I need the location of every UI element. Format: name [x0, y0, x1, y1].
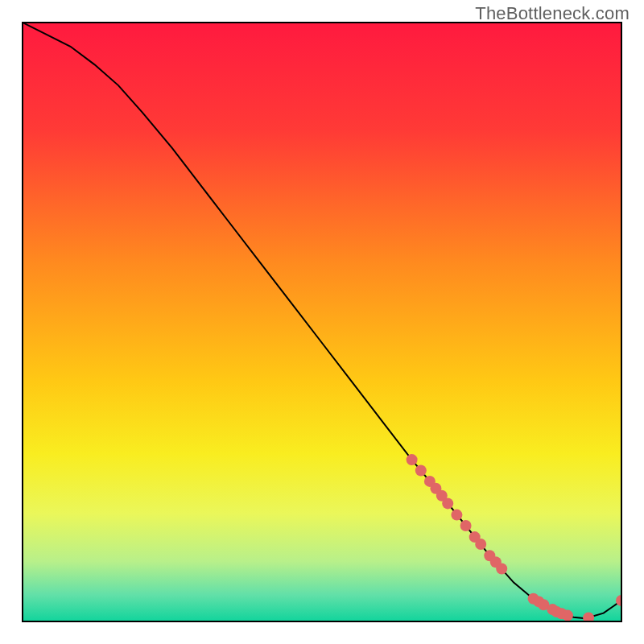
bottleneck-chart: [0, 0, 644, 644]
highlight-point: [475, 539, 486, 550]
chart-stage: TheBottleneck.com: [0, 0, 644, 644]
highlight-point: [442, 497, 453, 509]
highlight-point: [562, 610, 573, 621]
highlight-point: [415, 465, 427, 477]
gradient-background: [23, 23, 621, 621]
highlight-point: [460, 520, 472, 531]
highlight-point: [407, 454, 418, 465]
highlight-point: [451, 510, 462, 521]
watermark-label: TheBottleneck.com: [475, 3, 630, 24]
highlight-point: [496, 564, 507, 575]
